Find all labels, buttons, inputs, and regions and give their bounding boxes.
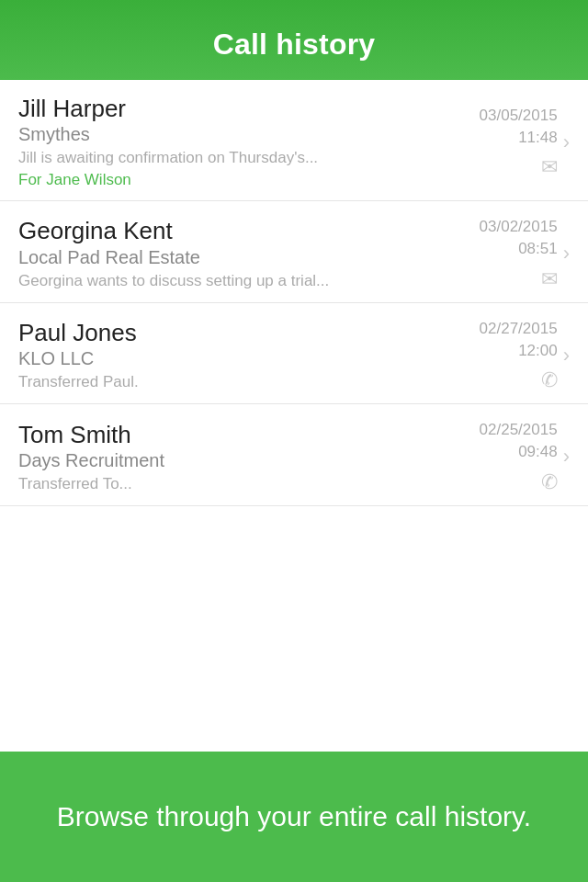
- call-note: Georgina wants to discuss setting up a t…: [18, 272, 404, 290]
- call-item[interactable]: Tom Smith Days Recruitment Transferred T…: [0, 404, 588, 506]
- call-right-wrapper: 03/05/201511:48 ✉ ›: [432, 105, 570, 180]
- chevron-right-icon: ›: [563, 344, 570, 368]
- chevron-right-icon: ›: [563, 445, 570, 469]
- call-right-inner: 02/27/201512:00 ✆: [432, 318, 558, 393]
- call-icon-area: ✆: [541, 463, 558, 494]
- call-name: Jill Harper: [18, 95, 421, 123]
- call-item[interactable]: Georgina Kent Local Pad Real Estate Geor…: [0, 201, 588, 303]
- call-company: KLO LLC: [18, 348, 421, 369]
- phone-icon: ✆: [541, 470, 558, 493]
- call-date: 02/27/201512:00: [480, 318, 558, 362]
- call-item[interactable]: Jill Harper Smythes Jill is awaiting con…: [0, 80, 588, 201]
- footer-text: Browse through your entire call history.: [28, 797, 560, 836]
- chevron-right-icon: ›: [563, 130, 570, 154]
- call-company: Smythes: [18, 124, 421, 145]
- page-title: Call history: [18, 28, 570, 62]
- call-right-inner: 03/02/201508:51 ✉: [432, 216, 558, 291]
- call-tag: For Jane Wilson: [18, 171, 421, 189]
- call-right-wrapper: 02/27/201512:00 ✆ ›: [432, 318, 570, 393]
- mail-icon: ✉: [541, 267, 558, 290]
- phone-icon: ✆: [541, 368, 558, 391]
- call-date: 02/25/201509:48: [480, 419, 558, 463]
- call-item-content: Paul Jones KLO LLC Transferred Paul.: [18, 319, 432, 391]
- call-item-content: Georgina Kent Local Pad Real Estate Geor…: [18, 217, 432, 289]
- call-name: Tom Smith: [18, 421, 421, 449]
- call-icon-area: ✆: [541, 361, 558, 392]
- call-note: Transferred Paul.: [18, 373, 404, 391]
- call-right-wrapper: 02/25/201509:48 ✆ ›: [432, 419, 570, 494]
- call-name: Georgina Kent: [18, 217, 421, 245]
- call-item[interactable]: Paul Jones KLO LLC Transferred Paul. 02/…: [0, 303, 588, 405]
- call-icon-area: ✉: [541, 260, 558, 291]
- footer-banner: Browse through your entire call history.: [0, 752, 588, 882]
- app-header: Call history: [0, 0, 588, 80]
- call-right-inner: 02/25/201509:48 ✆: [432, 419, 558, 494]
- call-icon-area: ✉: [541, 148, 558, 179]
- call-right-wrapper: 03/02/201508:51 ✉ ›: [432, 216, 570, 291]
- call-company: Local Pad Real Estate: [18, 247, 421, 268]
- chevron-right-icon: ›: [563, 242, 570, 266]
- mail-icon: ✉: [541, 155, 558, 178]
- call-date: 03/02/201508:51: [480, 216, 558, 260]
- call-company: Days Recruitment: [18, 450, 421, 471]
- call-note: Jill is awaiting confirmation on Thursda…: [18, 149, 404, 167]
- call-list: Jill Harper Smythes Jill is awaiting con…: [0, 80, 588, 752]
- call-right-inner: 03/05/201511:48 ✉: [432, 105, 558, 180]
- call-item-content: Jill Harper Smythes Jill is awaiting con…: [18, 95, 432, 189]
- call-name: Paul Jones: [18, 319, 421, 347]
- call-date: 03/05/201511:48: [480, 105, 558, 149]
- call-note: Transferred To...: [18, 475, 404, 493]
- call-item-content: Tom Smith Days Recruitment Transferred T…: [18, 421, 432, 493]
